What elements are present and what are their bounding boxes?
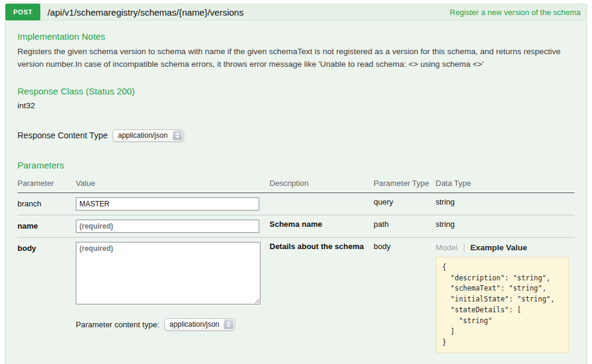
select-stepper-icon xyxy=(173,131,182,140)
param-description: Schema name xyxy=(270,220,322,229)
model-example-tabs: Model Example Value xyxy=(436,243,570,252)
endpoint-path[interactable]: /api/v1/schemaregistry/schemas/{name}/ve… xyxy=(48,7,244,17)
column-header-parameter-type: Parameter Type xyxy=(374,176,436,193)
implementation-notes-text: Registers the given schema version to sc… xyxy=(17,46,575,71)
endpoint-panel: Implementation Notes Registers the given… xyxy=(5,20,587,364)
response-content-type-row: Response Content Type application/json xyxy=(17,129,575,142)
param-type: path xyxy=(374,220,389,229)
response-class-heading: Response Class (Status 200) xyxy=(17,86,575,96)
tab-model[interactable]: Model xyxy=(436,243,464,252)
column-header-description: Description xyxy=(270,176,374,193)
select-stepper-icon xyxy=(224,319,233,329)
endpoint-card: POST /api/v1/schemaregistry/schemas/{nam… xyxy=(5,4,587,364)
parameter-content-type-select[interactable]: application/json xyxy=(164,318,236,331)
param-type: body xyxy=(374,242,390,251)
endpoint-header[interactable]: POST /api/v1/schemaregistry/schemas/{nam… xyxy=(5,4,587,20)
param-name: body xyxy=(17,242,36,253)
parameters-header-row: Parameter Value Description Parameter Ty… xyxy=(17,176,575,193)
parameter-content-type-label: Parameter content type: xyxy=(76,320,159,329)
response-class-type: int32 xyxy=(17,101,575,110)
implementation-notes-heading: Implementation Notes xyxy=(17,31,575,42)
param-row-body: body Parameter content type: application… xyxy=(17,237,575,353)
param-name: branch xyxy=(17,197,42,208)
param-description: Details about the schema xyxy=(270,242,364,251)
parameter-content-type-row: Parameter content type: application/json xyxy=(76,318,265,331)
parameters-heading: Parameters xyxy=(17,160,575,170)
column-header-parameter: Parameter xyxy=(17,176,76,193)
param-type: query xyxy=(374,197,393,206)
tab-example-value[interactable]: Example Value xyxy=(464,243,528,252)
param-row-branch: branch query string xyxy=(17,193,575,215)
column-header-value: Value xyxy=(76,176,270,193)
response-content-type-value: application/json xyxy=(118,131,173,140)
param-name: name xyxy=(17,220,38,230)
param-body-textarea[interactable] xyxy=(76,242,261,304)
response-content-type-label: Response Content Type xyxy=(17,131,108,140)
param-data-type: string xyxy=(436,220,455,229)
param-branch-input[interactable] xyxy=(76,197,259,211)
parameters-table: Parameter Value Description Parameter Ty… xyxy=(17,176,575,354)
param-row-name: name Schema name path string xyxy=(17,215,575,237)
http-method-badge: POST xyxy=(5,4,40,20)
column-header-data-type: Data Type xyxy=(436,176,575,193)
endpoint-summary-link[interactable]: Register a new version of the schema xyxy=(450,8,581,17)
param-data-type: string xyxy=(436,197,455,206)
param-name-input[interactable] xyxy=(76,220,259,233)
parameter-content-type-value: application/json xyxy=(170,320,224,329)
response-content-type-select[interactable]: application/json xyxy=(113,129,184,142)
example-value-box[interactable]: { "description": "string", "schemaText":… xyxy=(436,257,569,354)
example-json-snippet: { "description": "string", "schemaText":… xyxy=(442,262,563,348)
